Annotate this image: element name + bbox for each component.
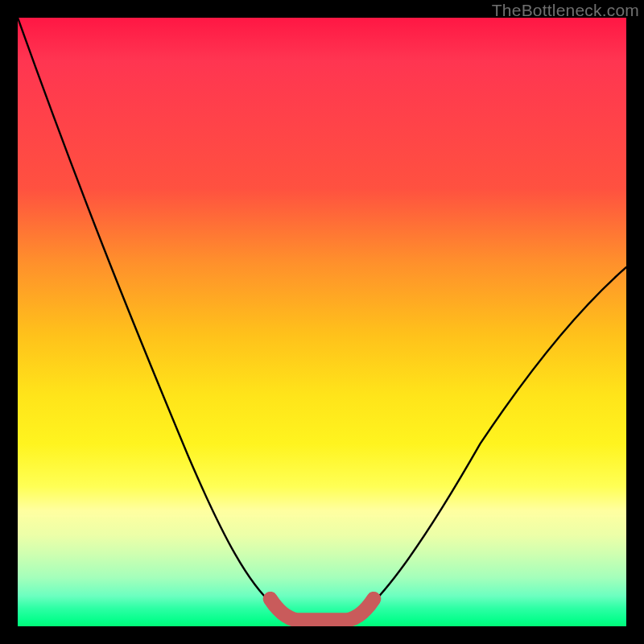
basin-highlight	[270, 599, 374, 620]
bottleneck-curve	[18, 18, 626, 621]
attribution-text: TheBottleneck.com	[492, 1, 639, 20]
curves-svg	[18, 18, 626, 626]
plot-area	[18, 18, 626, 626]
chart-container: TheBottleneck.com	[0, 0, 644, 644]
